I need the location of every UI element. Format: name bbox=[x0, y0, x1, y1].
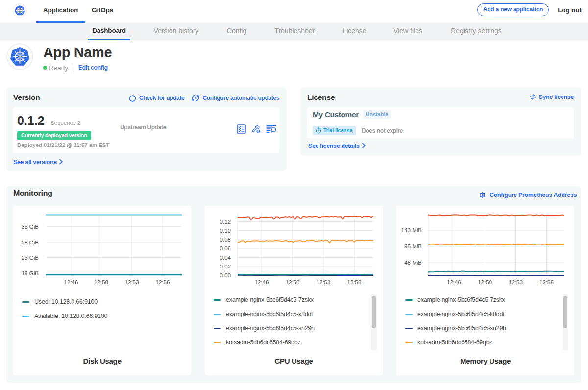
svg-text:0.12: 0.12 bbox=[220, 219, 231, 225]
svg-text:12:53: 12:53 bbox=[317, 279, 331, 285]
svg-text:12:50: 12:50 bbox=[94, 279, 108, 285]
svg-text:0.08: 0.08 bbox=[220, 237, 231, 243]
svg-text:12:50: 12:50 bbox=[286, 279, 300, 285]
svg-text:28 GiB: 28 GiB bbox=[22, 240, 39, 245]
svg-text:0.04: 0.04 bbox=[220, 255, 231, 261]
svg-text:0.10: 0.10 bbox=[220, 228, 231, 234]
svg-text:33 GiB: 33 GiB bbox=[22, 224, 39, 230]
svg-text:95 MiB: 95 MiB bbox=[404, 244, 422, 249]
svg-text:0.02: 0.02 bbox=[220, 264, 231, 269]
svg-text:12:46: 12:46 bbox=[447, 279, 461, 285]
svg-text:48 MiB: 48 MiB bbox=[404, 260, 422, 266]
svg-text:0.06: 0.06 bbox=[220, 245, 231, 251]
svg-text:0.00: 0.00 bbox=[220, 272, 231, 278]
svg-text:12:56: 12:56 bbox=[347, 279, 362, 285]
svg-text:12:53: 12:53 bbox=[125, 279, 139, 285]
svg-text:12:53: 12:53 bbox=[509, 279, 523, 285]
svg-text:12:56: 12:56 bbox=[156, 279, 170, 285]
svg-text:12:46: 12:46 bbox=[255, 279, 269, 285]
svg-text:23 GiB: 23 GiB bbox=[22, 255, 39, 261]
svg-text:12:46: 12:46 bbox=[64, 279, 78, 285]
svg-text:143 MiB: 143 MiB bbox=[401, 227, 422, 233]
svg-text:19 GiB: 19 GiB bbox=[22, 270, 39, 276]
svg-text:12:50: 12:50 bbox=[478, 279, 492, 285]
svg-text:12:56: 12:56 bbox=[539, 279, 554, 285]
